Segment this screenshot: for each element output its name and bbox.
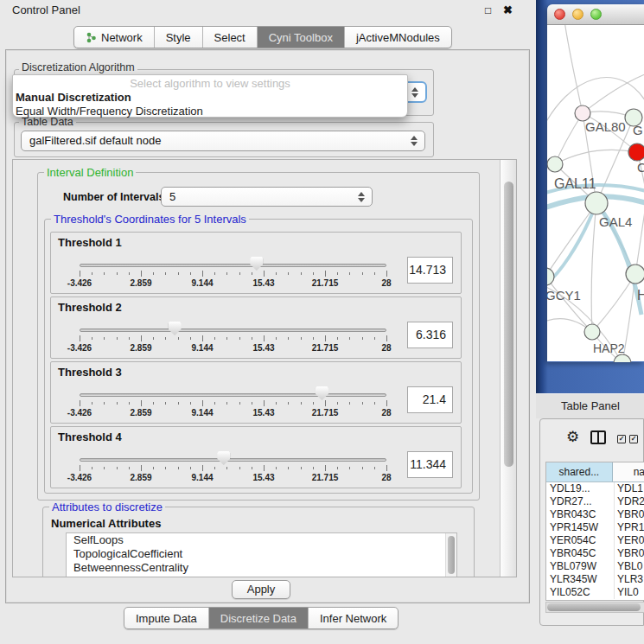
thresholds-group-label: Threshold's Coordinates for 5 Intervals <box>51 213 249 226</box>
table-row[interactable]: YBR043CYBR0 <box>546 508 644 521</box>
stepper-icon <box>411 136 418 146</box>
table-row[interactable]: YPR145WYPR1 <box>546 521 644 534</box>
svg-text:G: G <box>633 123 643 137</box>
tab-label: jActiveMNodules <box>356 31 440 44</box>
tab-jactivemnodules[interactable]: jActiveMNodules <box>344 27 451 48</box>
number-of-intervals-combobox[interactable]: 5 <box>161 187 373 207</box>
list-item[interactable]: BetweennessCentrality <box>67 561 456 575</box>
table-row[interactable]: YER054CYER0 <box>546 534 644 547</box>
list-item[interactable]: SelfLoops <box>67 533 456 547</box>
settings-scrollpane: Interval Definition Number of Intervals … <box>12 159 517 577</box>
tab-infer-network[interactable]: Infer Network <box>308 608 398 628</box>
slider-track[interactable] <box>80 328 386 332</box>
table-data-combobox[interactable]: galFiltered.sif default node <box>21 131 425 151</box>
svg-text:GAL4: GAL4 <box>599 214 632 229</box>
table-data-value: galFiltered.sif default node <box>29 134 161 147</box>
svg-text:C: C <box>637 160 644 175</box>
zoom-traffic-light-icon[interactable] <box>590 9 602 20</box>
tab-discretize-data[interactable]: Discretize Data <box>208 608 308 628</box>
numerical-attributes-list[interactable]: SelfLoopsTopologicalCoefficientBetweenne… <box>66 532 457 577</box>
threshold-label: Threshold 4 <box>58 430 122 443</box>
dropdown-placeholder-item[interactable]: Select algorithm to view settings <box>13 77 407 91</box>
slider-handle[interactable] <box>169 322 182 335</box>
threshold-label: Threshold 2 <box>58 301 122 314</box>
dropdown-item-equal-width[interactable]: Equal Width/Frequency Discretization <box>13 105 407 118</box>
table-row[interactable]: YDR27...YDR2 <box>546 495 644 508</box>
node-right-mid <box>626 265 644 284</box>
list-item[interactable]: TopologicalCoefficient <box>67 547 456 561</box>
network-window-titlebar[interactable] <box>547 4 644 25</box>
bottom-tab-bar: Impute DataDiscretize DataInfer Network <box>124 607 399 629</box>
table-row[interactable]: YBR045CYBR0 <box>546 547 644 560</box>
stepper-icon <box>358 192 365 202</box>
slider-tick-labels: -3.4262.8599.14415.4321.71528 <box>80 343 386 354</box>
node-bottom <box>614 354 631 362</box>
table-row[interactable]: YDL19...YDL1 <box>546 482 644 495</box>
threshold-label: Threshold 3 <box>58 366 122 379</box>
slider-handle[interactable] <box>316 386 328 400</box>
threshold-panel-2: Threshold 2-3.4262.8599.14415.4321.71528… <box>50 296 462 359</box>
slider-track[interactable] <box>80 458 386 462</box>
apply-button[interactable]: Apply <box>232 580 290 599</box>
node-red <box>628 143 644 161</box>
panel-title: Control Panel <box>12 3 80 16</box>
threshold-value-input[interactable]: 6.316 <box>407 322 453 348</box>
split-columns-icon[interactable] <box>590 430 606 444</box>
tab-label: Impute Data <box>136 612 197 625</box>
close-traffic-light-icon[interactable] <box>554 9 565 20</box>
scrollbar-thumb[interactable] <box>504 182 513 467</box>
tab-label: Style <box>166 31 191 44</box>
svg-text:HAP2: HAP2 <box>593 341 625 355</box>
interval-definition-label: Interval Definition <box>44 166 136 179</box>
algorithm-dropdown-popup: Select algorithm to view settings Manual… <box>12 74 408 118</box>
svg-text:GAL80: GAL80 <box>585 119 626 134</box>
network-canvas[interactable]: GAL80GCGAL11GAL4GCY1HHAP2 <box>547 25 644 361</box>
select-rows-icon[interactable]: ✓ <box>629 435 638 443</box>
settings-gear-icon[interactable]: ⚙ <box>566 428 579 446</box>
number-of-intervals-value: 5 <box>169 190 175 203</box>
column-header-name[interactable]: na <box>613 462 644 481</box>
threshold-value-input[interactable]: 21.4 <box>407 386 453 413</box>
slider-handle[interactable] <box>250 257 263 271</box>
node-attribute-table[interactable]: shared... na YDL19...YDL1YDR27...YDR2YBR… <box>545 462 644 601</box>
table-panel-title: Table Panel <box>561 399 620 412</box>
dropdown-item-manual-discretization[interactable]: Manual Discretization <box>13 91 407 105</box>
tab-select[interactable]: Select <box>202 27 257 48</box>
slider-ticks <box>80 400 386 407</box>
node-GAL4 <box>585 192 608 214</box>
threshold-label: Threshold 1 <box>58 236 122 249</box>
tab-impute-data[interactable]: Impute Data <box>124 608 208 628</box>
tab-label: Select <box>214 31 245 44</box>
node-GCY1 <box>547 268 554 285</box>
discretization-algorithm-label: Discretization Algorithm <box>19 61 137 73</box>
slider-ticks <box>80 465 386 472</box>
column-header-shared-name[interactable]: shared... <box>546 462 613 481</box>
threshold-panel-3: Threshold 3-3.4262.8599.14415.4321.71528… <box>50 361 462 424</box>
slider-track[interactable] <box>80 393 386 397</box>
table-row[interactable]: YBL079WYBL0 <box>546 560 644 573</box>
table-horizontal-scrollbar[interactable] <box>545 602 644 613</box>
float-window-icon[interactable]: □ <box>485 4 491 16</box>
table-row[interactable]: YIL052CYIL0 <box>546 586 644 599</box>
node-GAL11 <box>547 156 563 172</box>
select-columns-icon[interactable]: ✓ <box>617 435 626 443</box>
slider-ticks <box>80 335 386 342</box>
panel-scrollbar[interactable] <box>500 160 517 577</box>
scrollbar-thumb[interactable] <box>547 603 641 611</box>
network-view-window[interactable]: GAL80GCGAL11GAL4GCY1HHAP2 <box>547 4 644 362</box>
threshold-value-input[interactable]: 11.344 <box>407 451 453 478</box>
list-scrollbar[interactable] <box>445 533 456 577</box>
slider-handle[interactable] <box>217 451 230 465</box>
tab-cyni-toolbox[interactable]: Cyni Toolbox <box>257 27 344 48</box>
tab-network[interactable]: Network <box>74 27 154 48</box>
tab-style[interactable]: Style <box>154 27 202 48</box>
slider-track[interactable] <box>80 264 386 267</box>
table-row[interactable]: YLR345WYLR3 <box>546 573 644 586</box>
threshold-value-input[interactable]: 14.713 <box>407 257 453 284</box>
slider-tick-labels: -3.4262.8599.14415.4321.71528 <box>80 473 386 483</box>
slider-ticks <box>80 271 386 277</box>
network-graph[interactable]: GAL80GCGAL11GAL4GCY1HHAP2 <box>547 25 644 362</box>
attributes-group-label: Attributes to discretize <box>49 501 165 513</box>
minimize-traffic-light-icon[interactable] <box>572 9 583 20</box>
close-icon[interactable]: ✖ <box>503 3 513 16</box>
